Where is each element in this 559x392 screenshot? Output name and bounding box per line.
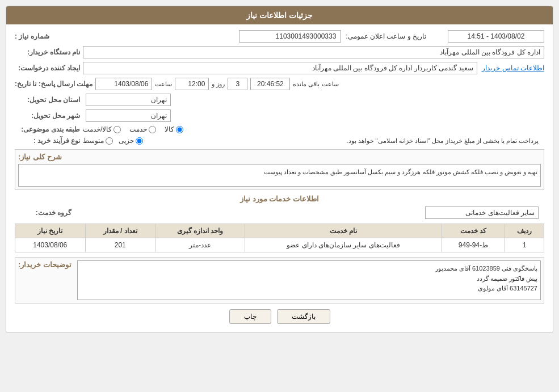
province-value: تهران	[86, 94, 171, 106]
page-title: جزئیات اطلاعات نیاز	[6, 6, 553, 24]
deadline-label: مهلت ارسال پاسخ: تا تاریخ:	[15, 80, 93, 88]
action-buttons: بازگشت چاپ	[15, 309, 544, 324]
buyer-desc-label: توضیحات خریدار:	[18, 260, 72, 269]
deadline-days: 3	[228, 78, 247, 90]
deadline-remain: 20:46:52	[250, 78, 290, 90]
buyer-desc-text: پاسخگوی فنی 61023859 آقای محمدپور پیش فا…	[77, 260, 541, 300]
services-section: اطلاعات خدمات مورد نیاز گروه خدمت: سایر …	[15, 195, 544, 252]
services-title: اطلاعات خدمات مورد نیاز	[240, 195, 319, 203]
city-label: شهر محل تحویل:	[15, 112, 83, 120]
announce-label: تاریخ و ساعت اعلان عمومی:	[346, 32, 426, 40]
print-button[interactable]: چاپ	[229, 309, 271, 324]
announce-value: 1403/08/02 - 14:51	[448, 30, 544, 43]
cell-name-1: فعالیت‌های سایر سازمان‌های دارای عضو	[245, 238, 442, 252]
category-option-1-label: کالا	[165, 125, 174, 133]
cell-date-1: 1403/08/06	[15, 238, 86, 252]
cell-qty-1: 201	[85, 238, 155, 252]
category-radio-2[interactable]	[149, 126, 156, 133]
need-number-value: 1103001493000333	[239, 30, 341, 43]
col-header-qty: تعداد / مقدار	[85, 224, 155, 238]
category-radio-group: کالا/خدمت خدمت کالا	[83, 125, 183, 133]
province-label: استان محل تحویل:	[15, 96, 83, 104]
process-radio-group: متوسط جزیی	[83, 137, 143, 145]
category-option-3[interactable]: کالا/خدمت	[83, 125, 121, 133]
process-label: نوع فرآیند خرید :	[15, 137, 83, 145]
deadline-days-label: روز و	[212, 81, 225, 88]
service-group-label: گروه خدمت:	[15, 209, 72, 217]
services-table: ردیف کد خدمت نام خدمت واحد اندازه گیری ت…	[15, 224, 544, 252]
category-label: طبقه بندی موضوعی:	[15, 125, 83, 133]
description-title: شرح کلی نیاز:	[18, 153, 62, 161]
description-section: شرح کلی نیاز: تهیه و نعویض و نصب فلکه کش…	[15, 149, 544, 190]
need-number-label: شماره نیاز :	[15, 32, 49, 40]
process-option-1-label: جزیی	[119, 137, 134, 145]
process-note: پرداخت تمام یا بخشی از مبلغ خریداز محل "…	[143, 137, 539, 145]
process-option-2[interactable]: متوسط	[83, 137, 113, 145]
category-option-2-label: خدمت	[129, 125, 147, 133]
service-group-value: سایر فعالیت‌های خدماتی	[425, 206, 539, 219]
back-button[interactable]: بازگشت	[277, 309, 330, 324]
deadline-date: 1403/08/06	[95, 78, 152, 90]
col-header-code: کد خدمت	[442, 224, 505, 238]
process-option-2-label: متوسط	[83, 137, 104, 145]
deadline-remain-label: ساعت باقی مانده	[293, 81, 338, 88]
deadline-time: 12:00	[175, 78, 209, 90]
creator-value: سعید گندمی کاربردار اداره کل فرودگاه بین…	[83, 62, 477, 74]
col-header-row: ردیف	[505, 224, 544, 238]
cell-row-1: 1	[505, 238, 544, 252]
org-value: اداره کل فرودگاه بین المللی مهرآباد	[83, 46, 544, 58]
col-header-name: نام خدمت	[245, 224, 442, 238]
process-radio-1[interactable]	[136, 137, 143, 145]
category-radio-3[interactable]	[114, 126, 121, 133]
category-option-2[interactable]: خدمت	[129, 125, 156, 133]
cell-unit-1: عدد-متر	[155, 238, 245, 252]
col-header-date: تاریخ نیاز	[15, 224, 86, 238]
table-row: 1 ط-94-949 فعالیت‌های سایر سازمان‌های دا…	[15, 238, 544, 252]
category-radio-1[interactable]	[176, 126, 183, 133]
creator-label: ایجاد کننده درخواست:	[15, 64, 83, 72]
contact-link[interactable]: اطلاعات تماس خریدار	[482, 64, 544, 72]
buyer-desc-section: توضیحات خریدار: پاسخگوی فنی 61023859 آقا…	[15, 257, 544, 304]
category-option-3-label: کالا/خدمت	[83, 125, 112, 133]
description-text: تهیه و نعویض و نصب فلکه کشش موتور فلکه ه…	[18, 164, 541, 187]
deadline-time-label: ساعت	[155, 81, 172, 88]
org-label: نام دستگاه خریدار:	[15, 48, 83, 56]
services-table-container: ردیف کد خدمت نام خدمت واحد اندازه گیری ت…	[15, 224, 544, 252]
category-option-1[interactable]: کالا	[165, 125, 183, 133]
col-header-unit: واحد اندازه گیری	[155, 224, 245, 238]
city-value: تهران	[86, 109, 171, 122]
cell-code-1: ط-94-949	[442, 238, 505, 252]
process-radio-2[interactable]	[106, 137, 113, 145]
process-option-1[interactable]: جزیی	[119, 137, 143, 145]
